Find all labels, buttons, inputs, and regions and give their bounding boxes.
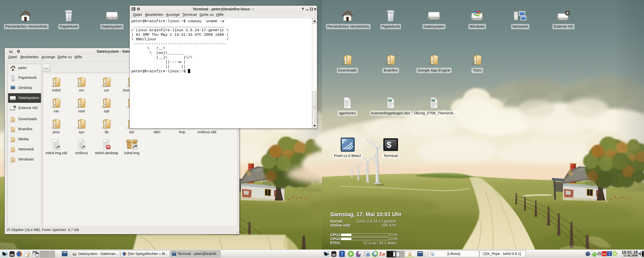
svg-text:La: La — [602, 252, 606, 256]
svg-text:La: La — [379, 251, 385, 256]
